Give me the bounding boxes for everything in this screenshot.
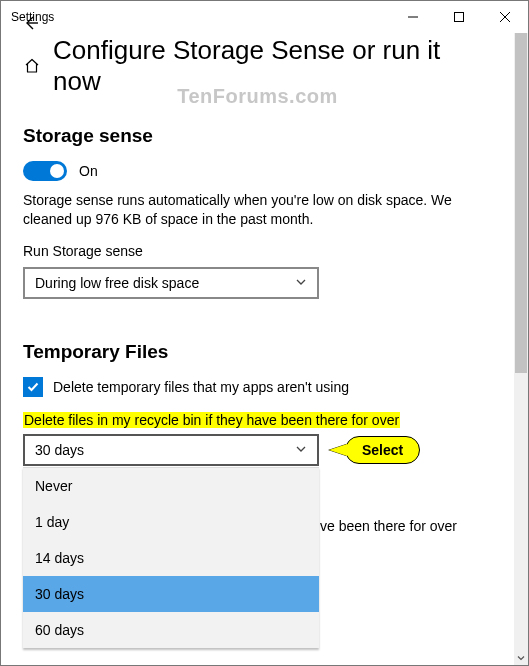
- select-callout: Select: [329, 436, 420, 464]
- section-title-storage-sense: Storage sense: [23, 125, 492, 147]
- dropdown-option-30-days[interactable]: 30 days: [23, 576, 319, 612]
- dropdown-option-60-days[interactable]: 60 days: [23, 612, 319, 648]
- section-title-temporary-files: Temporary Files: [23, 341, 492, 363]
- maximize-button[interactable]: [436, 1, 482, 33]
- toggle-state-label: On: [79, 163, 98, 179]
- home-icon: [23, 57, 41, 75]
- storage-sense-toggle[interactable]: [23, 161, 67, 181]
- vertical-scrollbar[interactable]: [514, 33, 528, 665]
- downloads-label-fragment: ve been there for over: [320, 518, 457, 534]
- run-schedule-label: Run Storage sense: [23, 243, 492, 259]
- dropdown-option-never[interactable]: Never: [23, 468, 319, 504]
- scrollbar-thumb[interactable]: [515, 33, 527, 373]
- run-schedule-value: During low free disk space: [35, 275, 199, 291]
- delete-temp-files-label: Delete temporary files that my apps aren…: [53, 379, 349, 395]
- dropdown-option-14-days[interactable]: 14 days: [23, 540, 319, 576]
- page-heading: Configure Storage Sense or run it now: [23, 35, 492, 97]
- scroll-down-arrow[interactable]: [514, 651, 528, 665]
- recycle-bin-dropdown: Never 1 day 14 days 30 days 60 days: [23, 467, 319, 648]
- back-button[interactable]: [19, 11, 43, 35]
- dropdown-option-1-day[interactable]: 1 day: [23, 504, 319, 540]
- svg-rect-1: [455, 13, 464, 22]
- delete-temp-files-checkbox[interactable]: [23, 377, 43, 397]
- recycle-bin-combo[interactable]: 30 days: [23, 434, 319, 466]
- recycle-bin-value: 30 days: [35, 442, 84, 458]
- recycle-bin-label: Delete files in my recycle bin if they h…: [23, 412, 400, 428]
- run-schedule-combo[interactable]: During low free disk space: [23, 267, 319, 299]
- chevron-down-icon: [295, 275, 307, 291]
- page-title: Configure Storage Sense or run it now: [53, 35, 492, 97]
- storage-sense-description: Storage sense runs automatically when yo…: [23, 191, 483, 229]
- title-bar: Settings: [1, 1, 528, 33]
- chevron-down-icon: [295, 442, 307, 458]
- minimize-button[interactable]: [390, 1, 436, 33]
- close-button[interactable]: [482, 1, 528, 33]
- callout-text: Select: [345, 436, 420, 464]
